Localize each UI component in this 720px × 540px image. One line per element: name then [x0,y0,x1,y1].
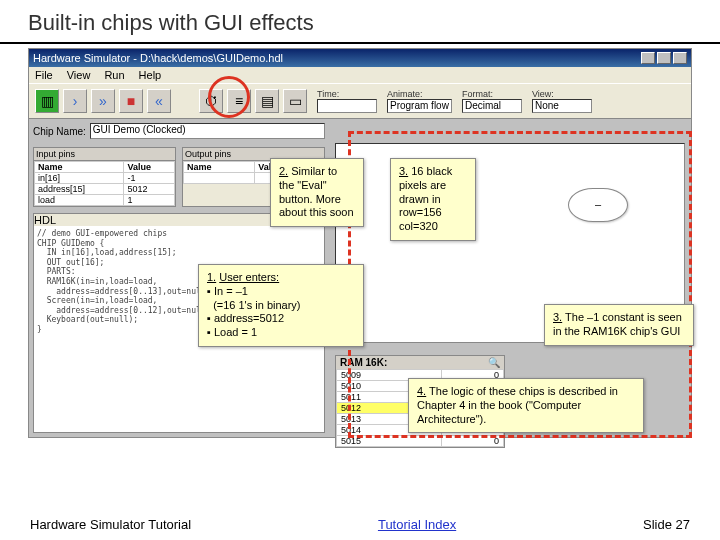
format-label: Format: [462,89,522,99]
menu-file[interactable]: File [35,69,53,81]
window-title: Hardware Simulator - D:\hack\demos\GUIDe… [33,52,283,64]
time-label: Time: [317,89,377,99]
script-icon[interactable]: ▤ [255,89,279,113]
callout-2: 2. Similar to the "Eval" button. More ab… [270,158,364,227]
slide-footer: Hardware Simulator Tutorial Tutorial Ind… [0,517,720,532]
chipname-label: Chip Name: [33,126,86,137]
chipname-field[interactable]: GUI Demo (Clocked) [90,123,325,139]
stop-icon[interactable]: ■ [119,89,143,113]
animate-label: Animate: [387,89,452,99]
fast-icon[interactable]: » [91,89,115,113]
table-row: in[16]-1 [35,173,175,184]
input-pins-table: NameValue in[16]-1 address[15]5012 load1 [34,161,175,206]
minimize-icon[interactable] [641,52,655,64]
cloud-shape: – [568,188,628,222]
title-rule [0,42,720,44]
ram-title: RAM 16K: [340,357,387,368]
titlebar: Hardware Simulator - D:\hack\demos\GUIDe… [29,49,691,67]
menu-view[interactable]: View [67,69,91,81]
input-pins-panel: Input pins NameValue in[16]-1 address[15… [33,147,176,207]
step-icon[interactable]: › [63,89,87,113]
slide-number: Slide 27 [643,517,690,532]
tutorial-index-link[interactable]: Tutorial Index [378,517,456,532]
callout-1: 1. User enters: In = –1 (=16 1's in bina… [198,264,364,347]
screen-icon[interactable]: ▭ [283,89,307,113]
toolbar: ▥ › » ■ « ⏱ ≡ ▤ ▭ Time: Animate:Program … [29,83,691,119]
table-row: load1 [35,195,175,206]
callout-3-ram: 3. The –1 constant is seen in the RAM16K… [544,304,694,346]
search-icon[interactable]: 🔍 [488,357,500,368]
time-field [317,99,377,113]
eval-icon[interactable]: ≡ [227,89,251,113]
slide-title: Built-in chips with GUI effects [0,0,720,42]
menubar: File View Run Help [29,67,691,83]
input-pins-title: Input pins [34,148,175,161]
format-select[interactable]: Decimal [462,99,522,113]
view-select[interactable]: None [532,99,592,113]
table-row: address[15]5012 [35,184,175,195]
maximize-icon[interactable] [657,52,671,64]
animate-select[interactable]: Program flow [387,99,452,113]
view-label: View: [532,89,592,99]
footer-left: Hardware Simulator Tutorial [30,517,191,532]
callout-4: 4. The logic of these chips is described… [408,378,644,433]
menu-help[interactable]: Help [139,69,162,81]
chip-icon[interactable]: ▥ [35,89,59,113]
close-icon[interactable] [673,52,687,64]
table-row: 50150 [337,436,504,447]
callout-3-screen: 3. 16 black pixels are drawn in row=156 … [390,158,476,241]
menu-run[interactable]: Run [104,69,124,81]
rewind-icon[interactable]: « [147,89,171,113]
clock-icon[interactable]: ⏱ [199,89,223,113]
